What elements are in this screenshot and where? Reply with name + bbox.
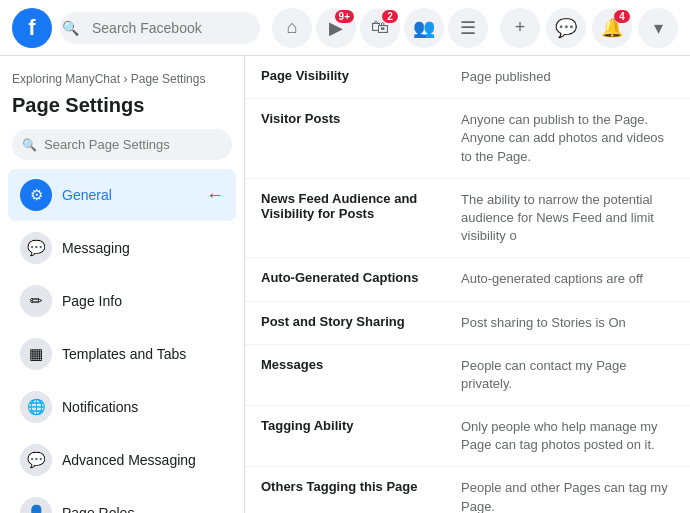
nav-search-input[interactable] xyxy=(60,12,260,44)
nav-home-btn[interactable]: ⌂ xyxy=(272,8,312,48)
nav-video-btn[interactable]: ▶ 9+ xyxy=(316,8,356,48)
sidebar-label-templates-tabs: Templates and Tabs xyxy=(62,346,186,362)
sidebar-search-input[interactable] xyxy=(12,129,232,160)
messaging-icon: 💬 xyxy=(20,232,52,264)
table-row: Auto-Generated Captions Auto-generated c… xyxy=(245,258,690,301)
sidebar-search-wrap: 🔍 xyxy=(0,125,244,168)
table-row: Page Visibility Page published xyxy=(245,56,690,99)
templates-tabs-icon: ▦ xyxy=(20,338,52,370)
nav-search-wrap: 🔍 xyxy=(52,12,260,44)
table-row: Visitor Posts Anyone can publish to the … xyxy=(245,99,690,179)
sidebar-item-templates-tabs[interactable]: ▦ Templates and Tabs xyxy=(8,328,236,380)
sidebar-search-icon: 🔍 xyxy=(22,138,37,152)
page-roles-icon: 👤 xyxy=(20,497,52,513)
setting-key: Messages xyxy=(245,344,445,405)
sidebar-item-advanced-messaging[interactable]: 💬 Advanced Messaging xyxy=(8,434,236,486)
table-row: Messages People can contact my Page priv… xyxy=(245,344,690,405)
setting-value: Post sharing to Stories is On xyxy=(445,301,690,344)
nav-account-btn[interactable]: ▾ xyxy=(638,8,678,48)
nav-center: ⌂ ▶ 9+ 🛍 2 👥 ☰ xyxy=(260,8,500,48)
nav-plus-btn[interactable]: + xyxy=(500,8,540,48)
setting-value: People and other Pages can tag my Page. xyxy=(445,467,690,513)
sidebar-label-messaging: Messaging xyxy=(62,240,130,256)
sidebar: Exploring ManyChat › Page Settings Page … xyxy=(0,56,245,513)
breadcrumb: Exploring ManyChat › Page Settings xyxy=(0,68,244,90)
red-arrow-icon: ← xyxy=(206,185,224,206)
table-row: Post and Story Sharing Post sharing to S… xyxy=(245,301,690,344)
home-icon: ⌂ xyxy=(287,17,298,38)
nav-messenger-btn[interactable]: 💬 xyxy=(546,8,586,48)
page-info-icon: ✏ xyxy=(20,285,52,317)
sidebar-item-page-roles[interactable]: 👤 Page Roles xyxy=(8,487,236,513)
facebook-logo[interactable]: f xyxy=(12,8,52,48)
top-nav: f 🔍 ⌂ ▶ 9+ 🛍 2 👥 ☰ + 💬 🔔 4 ▾ xyxy=(0,0,690,56)
setting-value: Only people who help manage my Page can … xyxy=(445,406,690,467)
setting-key: Tagging Ability xyxy=(245,406,445,467)
table-row: Others Tagging this Page People and othe… xyxy=(245,467,690,513)
setting-key: Others Tagging this Page xyxy=(245,467,445,513)
sidebar-label-notifications: Notifications xyxy=(62,399,138,415)
sidebar-label-general: General xyxy=(62,187,112,203)
sidebar-item-general[interactable]: ⚙ General ← xyxy=(8,169,236,221)
main-content: Page Visibility Page published Visitor P… xyxy=(245,56,690,513)
nav-people-btn[interactable]: 👥 xyxy=(404,8,444,48)
nav-menu-btn[interactable]: ☰ xyxy=(448,8,488,48)
setting-key: Auto-Generated Captions xyxy=(245,258,445,301)
sidebar-label-advanced-messaging: Advanced Messaging xyxy=(62,452,196,468)
setting-value: Anyone can publish to the Page.Anyone ca… xyxy=(445,99,690,179)
store-badge: 2 xyxy=(382,10,398,23)
setting-value: Auto-generated captions are off xyxy=(445,258,690,301)
messenger-icon: 💬 xyxy=(555,17,577,39)
video-badge: 9+ xyxy=(335,10,354,23)
chevron-down-icon: ▾ xyxy=(654,17,663,39)
setting-value: Page published xyxy=(445,56,690,99)
table-row: News Feed Audience and Visibility for Po… xyxy=(245,178,690,258)
setting-key: Visitor Posts xyxy=(245,99,445,179)
setting-value: The ability to narrow the potential audi… xyxy=(445,178,690,258)
plus-icon: + xyxy=(515,17,526,38)
setting-key: Post and Story Sharing xyxy=(245,301,445,344)
advanced-messaging-icon: 💬 xyxy=(20,444,52,476)
sidebar-label-page-roles: Page Roles xyxy=(62,505,134,513)
page-title: Page Settings xyxy=(0,90,244,125)
sidebar-item-notifications[interactable]: 🌐 Notifications xyxy=(8,381,236,433)
menu-icon: ☰ xyxy=(460,17,476,39)
nav-store-btn[interactable]: 🛍 2 xyxy=(360,8,400,48)
nav-right: + 💬 🔔 4 ▾ xyxy=(500,8,678,48)
sidebar-search-container: 🔍 xyxy=(12,129,232,160)
notifications-badge: 4 xyxy=(614,10,630,23)
general-icon: ⚙ xyxy=(20,179,52,211)
table-row: Tagging Ability Only people who help man… xyxy=(245,406,690,467)
people-icon: 👥 xyxy=(413,17,435,39)
nav-search-icon: 🔍 xyxy=(62,20,79,36)
nav-notifications-btn[interactable]: 🔔 4 xyxy=(592,8,632,48)
notifications-sidebar-icon: 🌐 xyxy=(20,391,52,423)
page-wrap: Exploring ManyChat › Page Settings Page … xyxy=(0,56,690,513)
setting-value: People can contact my Page privately. xyxy=(445,344,690,405)
sidebar-label-page-info: Page Info xyxy=(62,293,122,309)
sidebar-item-page-info[interactable]: ✏ Page Info xyxy=(8,275,236,327)
settings-table: Page Visibility Page published Visitor P… xyxy=(245,56,690,513)
setting-key: Page Visibility xyxy=(245,56,445,99)
setting-key: News Feed Audience and Visibility for Po… xyxy=(245,178,445,258)
sidebar-item-messaging[interactable]: 💬 Messaging xyxy=(8,222,236,274)
